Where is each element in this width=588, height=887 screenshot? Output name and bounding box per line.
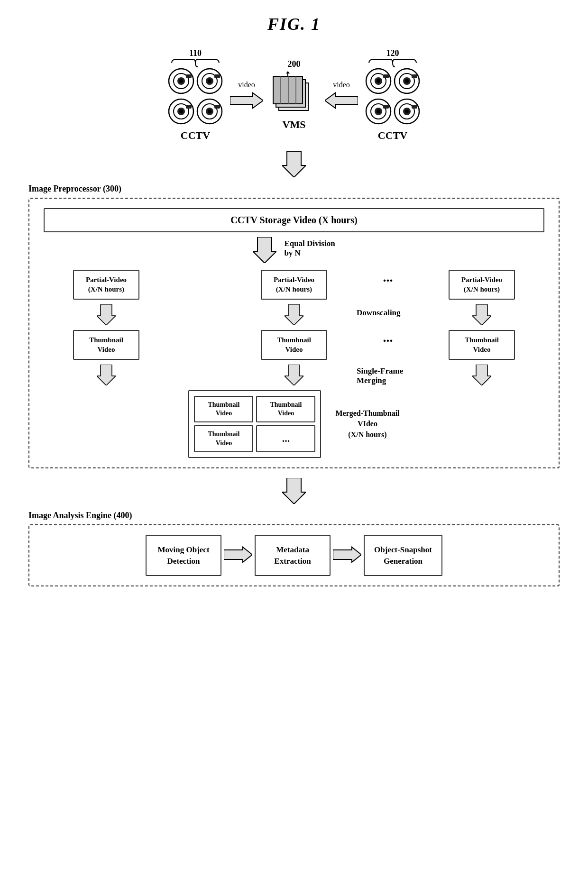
metadata-extraction-box: Metadata Extraction [255, 535, 331, 576]
downscaling-label: Downscaling [357, 308, 401, 318]
vms-id: 200 [288, 59, 301, 69]
svg-rect-14 [186, 105, 192, 109]
camera-icon-3 [168, 98, 194, 127]
analysis-engine-label: Image Analysis Engine (400) [28, 511, 560, 521]
thumbnail-video-row: Thumbnail Video ... Thumbnail Video ... … [44, 330, 544, 360]
merged-cell-3-l2: Video [200, 439, 248, 448]
merged-cell-1: Thumbnail Video [194, 396, 253, 422]
svg-marker-56 [285, 365, 303, 385]
partial-box-1-line2: (X/N hours) [81, 285, 132, 294]
svg-marker-28 [286, 71, 290, 73]
thumb-col-1: Thumbnail Video [44, 330, 169, 360]
partial-dots: ... [357, 270, 419, 285]
partial-box-1-line1: Partial-Video [81, 275, 132, 285]
svg-marker-54 [472, 304, 491, 325]
svg-marker-60 [333, 547, 361, 562]
camera-icon-5 [365, 68, 392, 96]
equal-division-label-line2: by N [284, 248, 335, 258]
thumb-box-2-line2: Video [268, 345, 320, 355]
cctv-left-id: 110 [189, 48, 202, 58]
svg-marker-52 [97, 304, 116, 325]
analysis-engine-box: Moving Object Detection Metadata Extract… [28, 524, 560, 587]
partial-box-3-line1: Partial-Video [456, 275, 507, 285]
equal-division-down-arrow [253, 237, 276, 265]
cctv-right-id: 120 [386, 48, 399, 58]
thumb-box-3-line1: Thumbnail [456, 336, 507, 345]
svg-rect-39 [412, 74, 417, 78]
merged-label-1: Merged-Thumbnail [335, 408, 399, 419]
svg-point-13 [179, 110, 183, 113]
camera-icon-1 [168, 68, 194, 96]
vms-label: VMS [283, 119, 306, 131]
equal-division-label-line1: Equal Division [284, 239, 335, 248]
partial-box-2-line1: Partial-Video [268, 275, 320, 285]
thumb-dots: ... [357, 330, 419, 345]
partial-video-row: Partial-Video (X/N hours) ... Partial-Vi… [44, 270, 544, 300]
svg-point-18 [208, 110, 211, 113]
metadata-line2: Extraction [265, 556, 320, 567]
camera-icon-6 [394, 68, 420, 96]
down-arrow-partial-1 [44, 304, 169, 325]
moving-object-line2: Detection [156, 556, 211, 567]
svg-marker-29 [325, 93, 358, 108]
cctv-left-group: 110 [168, 48, 223, 142]
svg-marker-53 [285, 304, 303, 325]
thumb-box-2-line1: Thumbnail [268, 336, 320, 345]
merged-cell-2-l2: Video [262, 409, 310, 418]
cctv-right-group: 120 [365, 48, 420, 142]
merged-cell-dots-text: ... [282, 432, 290, 446]
snapshot-line1: Object-Snapshot [374, 544, 432, 556]
svg-point-33 [377, 79, 380, 83]
cctv-left-cameras [168, 68, 223, 127]
thumb-col-2: Thumbnail Video [231, 330, 357, 360]
down-arrow-thumb-2 [231, 365, 357, 385]
thumb-box-1-line2: Video [81, 345, 132, 355]
object-snapshot-box: Object-Snapshot Generation [364, 535, 442, 576]
vms-group: 200 VMS [270, 59, 318, 131]
camera-icon-2 [196, 68, 223, 96]
merged-cell-1-l1: Thumbnail [200, 401, 248, 409]
svg-rect-9 [214, 74, 220, 78]
svg-rect-44 [383, 105, 389, 109]
merged-cell-3-l1: Thumbnail [200, 430, 248, 439]
svg-rect-23 [273, 76, 303, 104]
down-arrow-partial-3 [419, 304, 544, 325]
svg-rect-34 [383, 74, 389, 78]
down-arrow-thumb-1 [44, 365, 169, 385]
video-label-left: video [238, 81, 255, 89]
svg-point-3 [179, 79, 183, 83]
brace-left-icon [169, 58, 221, 68]
analysis-arrow-1 [221, 546, 255, 565]
svg-marker-51 [253, 237, 276, 263]
svg-marker-57 [472, 365, 491, 385]
svg-point-38 [405, 79, 409, 83]
cctv-right-label: CCTV [378, 129, 407, 142]
merged-cell-2-l1: Thumbnail [262, 401, 310, 409]
cctv-right-cameras [365, 68, 420, 127]
thumb-col-3: Thumbnail Video [419, 330, 544, 360]
moving-object-line1: Moving Object [156, 544, 211, 556]
thumb-box-3-line2: Video [456, 345, 507, 355]
thumb-box-3: Thumbnail Video [449, 330, 515, 360]
analysis-steps-row: Moving Object Detection Metadata Extract… [44, 535, 544, 576]
svg-marker-55 [97, 365, 116, 385]
vms-icon [270, 71, 318, 116]
merged-cell-dots: ... [256, 425, 315, 452]
partial-col-1: Partial-Video (X/N hours) [44, 270, 169, 300]
moving-object-detection-box: Moving Object Detection [146, 535, 221, 576]
svg-rect-19 [214, 105, 220, 109]
single-frame-label-2: Merging [357, 376, 386, 385]
svg-marker-58 [282, 478, 306, 504]
cctv-left-label: CCTV [181, 129, 210, 142]
svg-marker-59 [224, 547, 252, 562]
brace-right-icon [367, 58, 419, 68]
merged-label-3: (X/N hours) [335, 430, 399, 440]
svg-rect-4 [186, 74, 192, 78]
storage-video-box: CCTV Storage Video (X hours) [44, 208, 544, 232]
section-down-arrow-container [28, 478, 560, 506]
partial-box-2: Partial-Video (X/N hours) [261, 270, 327, 300]
merged-cell-3: Thumbnail Video [194, 425, 253, 452]
video-label-right: video [333, 81, 350, 89]
top-diagram-section: 110 [28, 48, 560, 142]
thumb-box-1: Thumbnail Video [73, 330, 139, 360]
